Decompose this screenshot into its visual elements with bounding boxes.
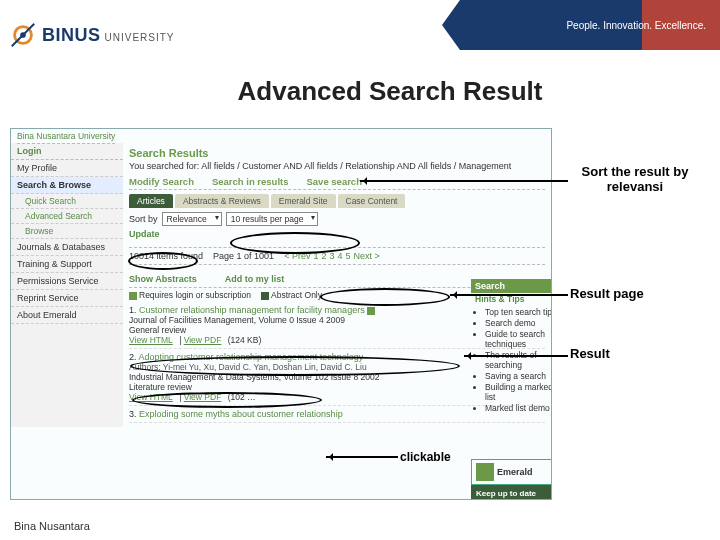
result-title[interactable]: Adopting customer relationship managemen…	[139, 352, 364, 362]
sidebar-sub-browse[interactable]: Browse	[11, 224, 123, 239]
add-to-list-link[interactable]: Add to my list	[225, 274, 285, 284]
tab-articles[interactable]: Articles	[129, 194, 173, 208]
result-title[interactable]: Customer relationship management for fac…	[139, 305, 365, 315]
slide-banner: BINUS UNIVERSITY People. Innovation. Exc…	[0, 0, 720, 70]
callout-page: Result page	[570, 286, 690, 301]
banner-tagline: People. Innovation. Excellence.	[460, 0, 720, 50]
legend-abs-icon	[261, 292, 269, 300]
pager-5[interactable]: 5	[345, 251, 350, 261]
sidebar-item-profile[interactable]: My Profile	[11, 160, 123, 177]
file-size: (124 KB)	[228, 335, 262, 345]
tab-site[interactable]: Emerald Site	[271, 194, 336, 208]
result-tabs: Articles Abstracts & Reviews Emerald Sit…	[129, 194, 545, 208]
sidebar-login[interactable]: Login	[11, 143, 123, 160]
update-button[interactable]: Update	[129, 229, 545, 239]
tab-abstracts[interactable]: Abstracts & Reviews	[175, 194, 269, 208]
brand-sub: UNIVERSITY	[105, 32, 175, 43]
sidebar-item-about[interactable]: About Emerald	[11, 307, 123, 324]
sidebar-sub-quick[interactable]: Quick Search	[11, 194, 123, 209]
slide-footer: Bina Nusantara	[14, 520, 90, 532]
modify-search-link[interactable]: Modify Search	[129, 176, 194, 187]
result-num: 2.	[129, 352, 137, 362]
results-bar: 10014 items found Page 1 of 1001 < Prev …	[129, 247, 545, 265]
modify-bar: Modify Search Search in results Save sea…	[129, 174, 545, 190]
hint-link[interactable]: Search demo	[485, 318, 552, 328]
arrow-sort	[360, 180, 568, 182]
callout-result: Result	[570, 346, 670, 361]
searched-for: You searched for: All fields / Customer …	[129, 161, 545, 171]
newsletter-box[interactable]: Keep up to date with Emerald Join one of…	[471, 485, 552, 500]
binus-logo: BINUS UNIVERSITY	[8, 20, 175, 50]
news-title: Keep up to date with Emerald	[476, 489, 552, 500]
pager-next[interactable]: Next >	[353, 251, 379, 261]
result-num: 1.	[129, 305, 137, 315]
sidebar-item-training[interactable]: Training & Support	[11, 256, 123, 273]
brand-main: BINUS	[42, 25, 101, 46]
screenshot-frame: Bina Nusantara University Login My Profi…	[10, 128, 552, 500]
result-num: 3.	[129, 409, 137, 419]
pager-3[interactable]: 3	[329, 251, 334, 261]
hint-link[interactable]: Saving a search	[485, 371, 552, 381]
left-sidebar: Login My Profile Search & Browse Quick S…	[11, 143, 123, 427]
sort-line: Sort by Relevance 10 results per page	[129, 212, 545, 226]
right-column: Search Hints & Tips Top ten search tips …	[471, 279, 552, 414]
results-heading: Search Results	[129, 147, 545, 159]
arrow-page	[450, 294, 568, 296]
pager: < Prev 1 2 3 4 5 Next >	[284, 251, 380, 261]
sort-label: Sort by	[129, 214, 158, 224]
hint-link[interactable]: The results of searching	[485, 350, 552, 370]
pager-2[interactable]: 2	[321, 251, 326, 261]
legend-abs: Abstract Only	[271, 290, 322, 300]
sidebar-item-search[interactable]: Search & Browse	[11, 177, 123, 194]
view-pdf-link[interactable]: View PDF	[184, 392, 222, 402]
view-html-link[interactable]: View HTML	[129, 392, 173, 402]
tab-case[interactable]: Case Content	[338, 194, 406, 208]
hint-link[interactable]: Marked list demo	[485, 403, 552, 413]
sort-select[interactable]: Relevance	[162, 212, 222, 226]
callout-click: clickable	[400, 450, 500, 464]
count-label: 10014 items found	[129, 251, 203, 261]
sidebar-item-journals[interactable]: Journals & Databases	[11, 239, 123, 256]
slide-title: Advanced Search Result	[60, 76, 720, 107]
hint-link[interactable]: Guide to search techniques	[485, 329, 552, 349]
legend-req: Requires login or subscription	[139, 290, 251, 300]
sidebar-item-reprint[interactable]: Reprint Service	[11, 290, 123, 307]
arrow-click	[326, 456, 398, 458]
hints-head: Search	[471, 279, 552, 293]
view-html-link[interactable]: View HTML	[129, 335, 173, 345]
show-abstracts-link[interactable]: Show Abstracts	[129, 274, 197, 284]
binus-logo-icon	[8, 20, 38, 50]
identity-label: Bina Nusantara University	[17, 131, 115, 144]
save-search-link[interactable]: Save search	[307, 176, 362, 187]
file-size: (102 …	[228, 392, 256, 402]
view-pdf-link[interactable]: View PDF	[184, 335, 222, 345]
results-per-select[interactable]: 10 results per page	[226, 212, 319, 226]
pager-prev[interactable]: < Prev	[284, 251, 310, 261]
legend-req-icon	[129, 292, 137, 300]
sidebar-item-permissions[interactable]: Permissions Service	[11, 273, 123, 290]
page-label: Page 1 of 1001	[213, 251, 274, 261]
arrow-result	[464, 355, 568, 357]
search-in-results-link[interactable]: Search in results	[212, 176, 289, 187]
callout-sort: Sort the result by relevansi	[570, 164, 700, 194]
pager-4[interactable]: 4	[337, 251, 342, 261]
hint-link[interactable]: Building a marked list	[485, 382, 552, 402]
sidebar-sub-advanced[interactable]: Advanced Search	[11, 209, 123, 224]
pager-1[interactable]: 1	[313, 251, 318, 261]
badge-icon	[367, 307, 375, 315]
result-title[interactable]: Exploding some myths about customer rela…	[139, 409, 343, 419]
hint-link[interactable]: Top ten search tips	[485, 307, 552, 317]
